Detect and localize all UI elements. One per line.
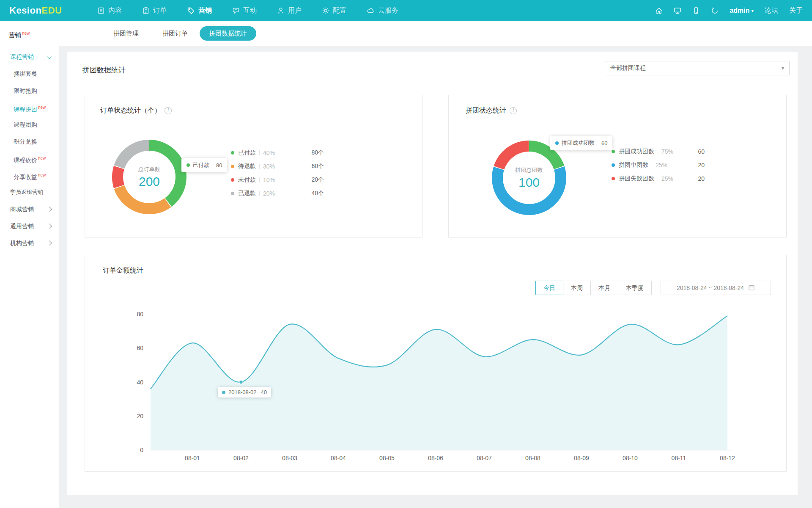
legend-count: 60个 — [311, 163, 324, 170]
sidebar-item-points-exchange[interactable]: 积分兑换 — [0, 133, 59, 150]
legend-dot — [612, 150, 615, 153]
info-icon[interactable]: i — [510, 107, 517, 114]
about-link[interactable]: 关于 — [789, 6, 803, 15]
data-point-marker[interactable] — [239, 380, 243, 384]
x-axis-label: 08-08 — [525, 455, 540, 461]
sidebar-label: 课程营销 — [10, 53, 34, 60]
settings-gear-icon — [322, 7, 329, 14]
group-status-legend: 拼团成功团数75%60 拼团中团数25%20 拼团失败团数25%20 — [612, 145, 705, 185]
chevron-down-icon: ▼ — [776, 66, 789, 71]
tab-group-orders[interactable]: 拼团订单 — [151, 26, 200, 41]
sidebar-label: 机构营销 — [10, 240, 34, 246]
logo-text-kesion: Kesion — [9, 5, 41, 16]
sidebar-label: 课程砍价 — [14, 157, 37, 163]
legend-label: 待退款 — [238, 163, 256, 170]
sidebar-group-student-cashback[interactable]: 学员返现营销 — [0, 184, 59, 201]
nav-label: 云服务 — [378, 6, 398, 15]
order-amount-card: 订单金额统计 今日 本周 本月 本季度 2018-08-24 ~ 2018-08… — [85, 255, 787, 472]
legend-item[interactable]: 已付款40%80个 — [231, 146, 324, 160]
nav-label: 用户 — [288, 6, 302, 15]
nav-item-users[interactable]: 用户 — [267, 0, 312, 21]
legend-item[interactable]: 拼团成功团数75%60 — [612, 145, 705, 158]
info-icon[interactable]: i — [165, 107, 172, 114]
forum-link[interactable]: 论坛 — [765, 6, 778, 15]
mobile-icon[interactable] — [692, 7, 700, 14]
donut-tooltip: 拼团成功团数 60 — [550, 136, 612, 150]
sidebar-item-course-group-buy[interactable]: 课程拼团new — [0, 99, 59, 116]
divider — [259, 177, 260, 182]
legend-count: 20 — [698, 175, 705, 182]
divider — [259, 164, 260, 169]
sidebar-label: 分享收益 — [14, 174, 37, 180]
home-icon[interactable] — [655, 7, 663, 14]
donut-center-title: 总订单数 — [138, 166, 160, 173]
sidebar-item-bundle[interactable]: 捆绑套餐 — [0, 65, 59, 82]
tooltip-label: 拼团成功团数 — [562, 139, 595, 147]
nav-item-interaction[interactable]: 互动 — [222, 0, 267, 21]
nav-item-cloud[interactable]: 云服务 — [357, 0, 409, 21]
legend-item[interactable]: 未付款10%20个 — [231, 173, 324, 187]
page-title: 拼团数据统计 — [82, 65, 126, 75]
legend-label: 拼团失败团数 — [619, 175, 654, 182]
sidebar: 课程营销 捆绑套餐 限时抢购 课程拼团new 课程团购 积分兑换 课程砍价new… — [0, 46, 59, 508]
sidebar-item-share-income[interactable]: 分享收益new — [0, 167, 59, 184]
y-axis-label: 20 — [137, 413, 143, 420]
legend-dot — [231, 178, 234, 182]
nav-label: 订单 — [153, 6, 167, 15]
donut-center-label: 总订单数 200 — [107, 135, 192, 219]
admin-label: admin — [730, 7, 749, 14]
module-label: 营销new — [8, 21, 30, 46]
area-line-chart[interactable]: 02040608008-0108-0208-0308-0408-0508-060… — [85, 255, 787, 472]
nav-item-content[interactable]: 内容 — [87, 0, 132, 21]
legend-count: 40个 — [311, 190, 324, 197]
legend-count: 60 — [698, 148, 705, 155]
module-name: 营销 — [8, 31, 21, 39]
sidebar-group-general-marketing[interactable]: 通用营销 — [0, 218, 59, 235]
card-title-text: 拼团状态统计 — [466, 106, 506, 115]
sidebar-item-bargain[interactable]: 课程砍价new — [0, 150, 59, 167]
tooltip-label: 已付款 — [193, 161, 209, 169]
legend-item[interactable]: 拼团失败团数25%20 — [612, 172, 705, 185]
admin-menu[interactable]: admin▾ — [730, 7, 754, 14]
logo[interactable]: KesionEDU — [9, 0, 62, 21]
legend-dot — [231, 165, 234, 168]
chevron-right-icon — [47, 240, 52, 245]
legend-count: 20个 — [311, 176, 324, 184]
chevron-down-icon — [47, 54, 52, 59]
tab-group-manage[interactable]: 拼团管理 — [102, 26, 151, 41]
order-icon — [142, 7, 150, 14]
legend-item[interactable]: 待退款30%60个 — [231, 160, 324, 173]
legend-item[interactable]: 已退款20%40个 — [231, 187, 324, 200]
divider — [658, 176, 658, 181]
range-button-today[interactable]: 今日 — [535, 281, 563, 295]
nav-item-marketing[interactable]: 营销 — [177, 0, 222, 21]
sidebar-item-course-tuan[interactable]: 课程团购 — [0, 116, 59, 133]
sidebar-item-flash-sale[interactable]: 限时抢购 — [0, 82, 59, 99]
desktop-icon[interactable] — [674, 7, 681, 14]
sidebar-label: 通用营销 — [10, 223, 34, 229]
y-axis-label: 40 — [137, 379, 143, 386]
legend-item[interactable]: 拼团中团数25%20 — [612, 158, 705, 172]
sidebar-label: 课程拼团 — [14, 106, 37, 113]
course-filter-select[interactable]: 全部拼团课程 ▼ — [605, 61, 790, 75]
legend-label: 拼团中团数 — [619, 161, 648, 169]
sidebar-group-course-marketing[interactable]: 课程营销 — [0, 48, 59, 65]
x-axis-label: 08-04 — [331, 455, 346, 461]
new-badge: new — [38, 105, 46, 110]
user-icon — [277, 7, 285, 14]
refresh-icon[interactable] — [711, 7, 719, 14]
nav-label: 营销 — [198, 6, 212, 15]
divider — [652, 163, 652, 168]
nav-item-orders[interactable]: 订单 — [132, 0, 177, 21]
document-icon — [97, 7, 105, 14]
sidebar-label: 商城营销 — [10, 206, 34, 213]
x-axis-label: 08-05 — [379, 455, 395, 461]
sidebar-group-org-marketing[interactable]: 机构营销 — [0, 235, 59, 251]
top-navbar: KesionEDU 内容 订单 营销 互动 用户 — [0, 0, 812, 21]
legend-label: 未付款 — [238, 176, 256, 184]
x-axis-label: 08-06 — [428, 455, 443, 461]
tab-group-stats[interactable]: 拼团数据统计 — [200, 26, 256, 41]
sidebar-group-mall-marketing[interactable]: 商城营销 — [0, 201, 59, 218]
tooltip-value: 60 — [601, 140, 607, 146]
nav-item-settings[interactable]: 配置 — [312, 0, 357, 21]
